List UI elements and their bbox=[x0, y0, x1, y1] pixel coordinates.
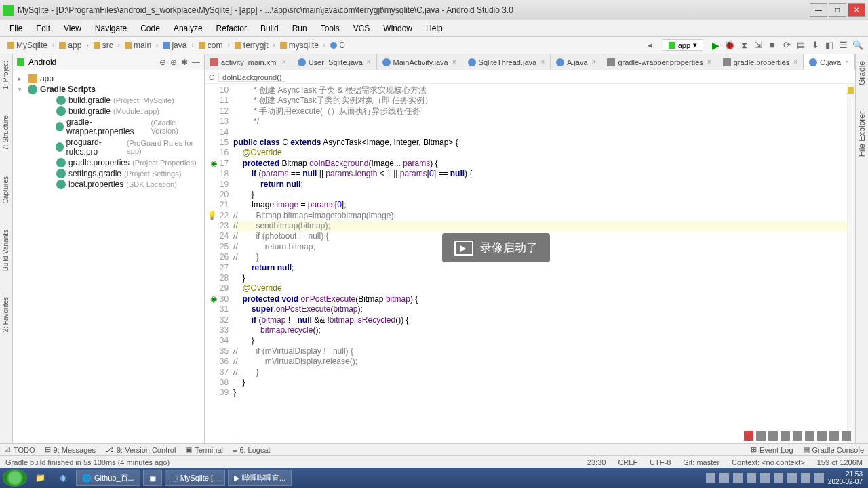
editor-tab[interactable]: User_Sqlite.java× bbox=[292, 54, 377, 70]
menu-build[interactable]: Build bbox=[255, 22, 284, 35]
close-button[interactable]: ✕ bbox=[848, 3, 865, 17]
bc-mysqlite[interactable]: mysqlite bbox=[277, 40, 322, 51]
debug-button[interactable]: 🐞 bbox=[724, 39, 736, 52]
bc-main[interactable]: main bbox=[121, 40, 155, 51]
ide-icon-3[interactable] bbox=[781, 431, 790, 441]
locate-icon[interactable]: ⊕ bbox=[170, 58, 177, 67]
nav-back-icon[interactable]: ◂ bbox=[644, 39, 656, 52]
structure-icon[interactable]: ☰ bbox=[837, 39, 850, 52]
close-tab-icon[interactable]: × bbox=[540, 58, 545, 66]
ide-icon-1[interactable] bbox=[756, 431, 766, 441]
status-line-ending[interactable]: CRLF bbox=[618, 458, 637, 466]
project-tree[interactable]: ▸app ▾Gradle Scripts build.gradle (Proje… bbox=[13, 70, 204, 192]
left-tab-favorites[interactable]: 2: Favorites bbox=[1, 294, 10, 335]
close-tab-icon[interactable]: × bbox=[452, 58, 456, 66]
search-icon[interactable]: 🔍 bbox=[852, 39, 864, 52]
editor-tab[interactable]: SqliteThread.java× bbox=[462, 54, 551, 70]
menu-refactor[interactable]: Refactor bbox=[211, 22, 252, 35]
tree-item[interactable]: build.gradle (Project: MySqlite) bbox=[16, 95, 201, 106]
tray-icon[interactable] bbox=[733, 473, 743, 483]
menu-analyze[interactable]: Analyze bbox=[168, 22, 208, 35]
bc-src[interactable]: src bbox=[90, 40, 117, 51]
tray-icon[interactable] bbox=[774, 473, 783, 483]
collapse-icon[interactable]: ⊖ bbox=[159, 58, 166, 67]
ide-icon-5[interactable] bbox=[805, 431, 814, 441]
gutter[interactable]: 10111213141516◉ 1718192021💡 222324252627… bbox=[205, 84, 233, 443]
menu-navigate[interactable]: Navigate bbox=[90, 22, 132, 35]
gear-icon[interactable]: ✱ bbox=[181, 58, 188, 67]
tray-icon[interactable] bbox=[747, 473, 756, 483]
task-terminal[interactable]: ▣ bbox=[143, 470, 162, 486]
run-config-select[interactable]: app ▾ bbox=[663, 39, 703, 51]
tw-messages[interactable]: ⊟ 9: Messages bbox=[45, 445, 96, 454]
left-tab-project[interactable]: 1: Project bbox=[1, 58, 10, 92]
left-tab-structure[interactable]: 7: Structure bbox=[1, 113, 10, 153]
menu-vcs[interactable]: VCS bbox=[348, 22, 376, 35]
crumb-class[interactable]: C bbox=[209, 73, 214, 81]
bc-terrygjt[interactable]: terrygjt bbox=[231, 40, 272, 51]
editor-tab[interactable]: gradle.properties× bbox=[717, 54, 804, 70]
minimize-button[interactable]: — bbox=[810, 3, 827, 17]
tray-icon[interactable] bbox=[801, 473, 810, 483]
ide-icon-8[interactable] bbox=[842, 431, 851, 441]
bc-java[interactable]: java bbox=[159, 40, 190, 51]
tw-todo[interactable]: ☑ TODO bbox=[4, 445, 35, 454]
menu-window[interactable]: Window bbox=[378, 22, 418, 35]
task-github[interactable]: 🌐 Github_百... bbox=[76, 470, 140, 486]
bc-file[interactable]: C bbox=[327, 40, 349, 51]
ide-icon-7[interactable] bbox=[829, 431, 839, 441]
menu-file[interactable]: File bbox=[4, 22, 28, 35]
menu-view[interactable]: View bbox=[58, 22, 87, 35]
task-mysqlite[interactable]: ⬚ MySqlite [... bbox=[165, 470, 225, 486]
code-body[interactable]: * 创建 AsyncTask 子类 & 根据需求实现核心方法 * 创建 Asyn… bbox=[233, 84, 847, 443]
tray-icon[interactable] bbox=[787, 473, 797, 483]
menu-help[interactable]: Help bbox=[420, 22, 448, 35]
tray-icon[interactable] bbox=[814, 473, 824, 483]
ide-icon-4[interactable] bbox=[793, 431, 802, 441]
sync-button[interactable]: ⟳ bbox=[781, 39, 793, 52]
left-tab-buildvariants[interactable]: Build Variants bbox=[1, 227, 10, 274]
close-tab-icon[interactable]: × bbox=[367, 58, 371, 66]
run-button[interactable]: ▶ bbox=[709, 39, 722, 52]
menu-code[interactable]: Code bbox=[135, 22, 165, 35]
editor-tab[interactable]: MainActivity.java× bbox=[377, 54, 462, 70]
menu-tools[interactable]: Tools bbox=[315, 22, 345, 35]
warning-marker[interactable] bbox=[848, 87, 854, 94]
crumb-method[interactable]: doInBackground() bbox=[218, 73, 285, 82]
attach-button[interactable]: ⇲ bbox=[752, 39, 764, 52]
status-caret-pos[interactable]: 23:30 bbox=[587, 458, 606, 466]
tree-item[interactable]: proguard-rules.pro (ProGuard Rules for a… bbox=[16, 137, 201, 157]
bc-project[interactable]: MySqlite bbox=[4, 40, 51, 51]
hide-icon[interactable]: — bbox=[192, 58, 200, 67]
tw-gradle-console[interactable]: ▤ Gradle Console bbox=[803, 445, 864, 454]
tw-event-log[interactable]: ⊞ Event Log bbox=[751, 445, 793, 454]
editor-tab[interactable]: A.java× bbox=[551, 54, 601, 70]
tree-item[interactable]: gradle.properties (Project Properties) bbox=[16, 157, 201, 168]
close-tab-icon[interactable]: × bbox=[592, 58, 596, 66]
error-stripe[interactable] bbox=[847, 84, 855, 443]
status-encoding[interactable]: UTF-8 bbox=[650, 458, 671, 466]
status-heap[interactable]: 159 of 1206M bbox=[817, 458, 863, 466]
close-tab-icon[interactable]: × bbox=[282, 58, 286, 66]
profile-button[interactable]: ⧗ bbox=[738, 39, 750, 52]
taskbar-app-icon-1[interactable]: ◉ bbox=[53, 470, 73, 486]
bc-com[interactable]: com bbox=[195, 40, 226, 51]
task-bilibili[interactable]: ▶ 哔哩哔哩直... bbox=[228, 470, 292, 486]
right-tab-gradle[interactable]: Gradle bbox=[856, 58, 867, 88]
avd-button[interactable]: ▤ bbox=[795, 39, 807, 52]
tray-icon[interactable] bbox=[760, 473, 770, 483]
tree-item[interactable]: build.gradle (Module: app) bbox=[16, 106, 201, 117]
layout-inspector-icon[interactable]: ◧ bbox=[823, 39, 835, 52]
bc-app[interactable]: app bbox=[56, 40, 85, 51]
editor-tab[interactable]: C.java× bbox=[804, 54, 855, 70]
start-button[interactable] bbox=[3, 469, 27, 487]
status-git-branch[interactable]: Git: master bbox=[683, 458, 719, 466]
code-editor[interactable]: 10111213141516◉ 1718192021💡 222324252627… bbox=[205, 84, 855, 443]
inspection-icon[interactable] bbox=[744, 431, 753, 441]
tree-root-app[interactable]: ▸app bbox=[16, 73, 201, 84]
tw-terminal[interactable]: ▣ Terminal bbox=[185, 445, 223, 454]
project-mode-select[interactable]: Android bbox=[28, 58, 155, 67]
tw-version-control[interactable]: ⎇ 9: Version Control bbox=[105, 445, 176, 454]
status-context[interactable]: Context: <no context> bbox=[732, 458, 805, 466]
tree-item[interactable]: gradle-wrapper.properties (Gradle Versio… bbox=[16, 117, 201, 137]
